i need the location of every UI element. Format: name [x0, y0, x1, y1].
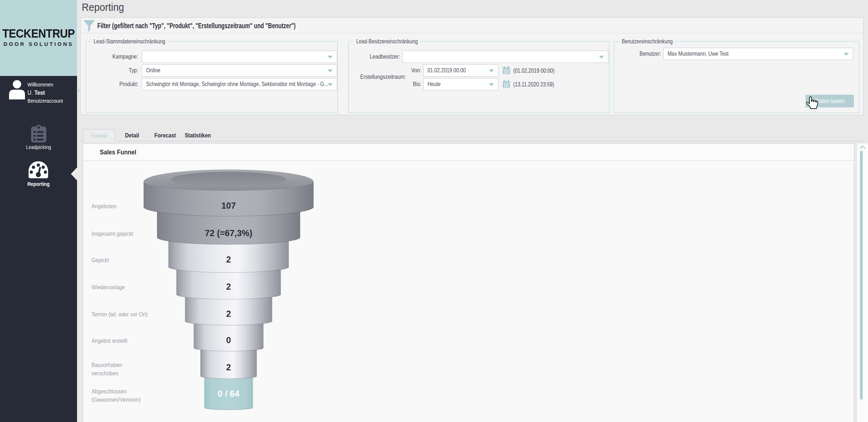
- typ-label: Typ:: [98, 64, 138, 77]
- user-greeting: Willkommen: [27, 81, 53, 88]
- tab-strip-line: [80, 141, 83, 141]
- app-root: TECKENTRUP DOOR SOLUTIONS Willkommen U. …: [0, 0, 868, 422]
- leadbesitzer-label: Leadbesitzer:: [360, 51, 400, 63]
- sales-funnel-chart: 10772 (=67,3%)222020 / 64: [139, 166, 320, 416]
- panel-header: Sales Funnel: [83, 144, 854, 161]
- chevron-down-icon: [599, 56, 604, 59]
- tab-detail[interactable]: Detail: [116, 129, 148, 141]
- tab-strip-line: [215, 141, 864, 141]
- funnel-stage-label: Gepickt: [92, 256, 109, 264]
- typ-select[interactable]: Online: [142, 64, 337, 77]
- chevron-down-icon: [489, 69, 494, 72]
- funnel-stage-value: 72 (=67,3%): [205, 228, 252, 238]
- funnel-stage-value: 0: [226, 335, 231, 345]
- zeitraum-label: Erstellungszeitraum:: [360, 64, 400, 90]
- scrollbar-thumb[interactable]: [860, 151, 863, 400]
- sidebar-item-label: Leadpicking: [5, 144, 72, 150]
- clipboard-list-icon: [31, 124, 46, 142]
- von-date-select[interactable]: 01.02.2019 00:00: [423, 64, 498, 77]
- funnel-stage-value: 2: [226, 309, 231, 319]
- tab-statistiken[interactable]: Statistiken: [182, 129, 214, 141]
- funnel-stage-label: Wiedervorlage: [92, 283, 125, 291]
- group-legend: Lead-Stammdateneinschränkung: [92, 38, 167, 45]
- panel-title: Sales Funnel: [100, 144, 136, 160]
- bis-label: Bis:: [406, 78, 421, 90]
- chevron-down-icon: [328, 69, 333, 72]
- active-item-arrow: [71, 167, 77, 180]
- chevron-down-icon: [844, 53, 849, 56]
- chevron-down-icon: [328, 56, 333, 59]
- filter-panel: Filter (gefiltert nach "Typ", "Produkt",…: [80, 17, 864, 115]
- produkt-select[interactable]: Schwingtor mit Montage, Schwingtor ohne …: [142, 78, 337, 90]
- logo-wordmark: TECKENTRUP: [0, 27, 77, 41]
- gauge-icon: [29, 161, 48, 179]
- kampagne-select[interactable]: [142, 51, 337, 63]
- logo-subtitle: DOOR SOLUTIONS: [0, 41, 77, 47]
- funnel-stage-label: Bauvorhabenverschoben: [92, 361, 122, 378]
- group-legend: Benutzereinschränkung: [620, 38, 675, 45]
- calendar-icon[interactable]: [503, 80, 510, 88]
- leadbesitzer-select[interactable]: [402, 51, 608, 63]
- page-title: Reporting: [82, 1, 124, 13]
- bis-date-select[interactable]: Heute: [423, 78, 498, 90]
- produkt-label: Produkt:: [98, 78, 138, 90]
- funnel-stage-value: 2: [226, 282, 231, 291]
- filter-header: Filter (gefiltert nach "Typ", "Produkt",…: [81, 18, 863, 33]
- kampagne-label: Kampagne:: [98, 51, 138, 63]
- filter-title: Filter (gefiltert nach "Typ", "Produkt",…: [97, 18, 295, 33]
- funnel-icon: [83, 20, 95, 32]
- mouse-cursor-hand: [805, 96, 819, 109]
- funnel-stage-value: 2: [226, 255, 231, 264]
- chevron-down-icon: [328, 83, 333, 86]
- benutzer-select[interactable]: Max Mustermann, Uwe Test: [663, 48, 853, 60]
- sidebar-collapse-toggle[interactable]: ‹: [77, 85, 80, 95]
- user-account-label[interactable]: Benutzeraccount: [27, 98, 63, 104]
- von-resolved-date: (01.02.2019 00:00): [513, 64, 554, 77]
- von-label: Von:: [406, 64, 421, 77]
- user-name: U. Test: [27, 89, 45, 97]
- funnel-stage-label: Insgesamt gepickt: [92, 230, 133, 238]
- funnel-stage-label: Abgeschlossen(Gewonnen/Verloren): [92, 387, 141, 404]
- user-avatar-icon: [8, 80, 26, 99]
- chevron-down-icon: [489, 83, 494, 86]
- funnel-stage-value: 107: [221, 201, 236, 210]
- funnel-stage-value: 0 / 64: [218, 389, 240, 398]
- funnel-stage-label: Angeboten: [92, 202, 116, 210]
- chevron-up-icon[interactable]: [859, 145, 866, 149]
- tab-funnel[interactable]: Funnel: [83, 129, 115, 141]
- group-lead-stammdaten: Lead-Stammdateneinschränkung Kampagne: T…: [86, 41, 338, 113]
- group-lead-besitzer: Lead-Besitzereinschränkung Leadbesitzer:…: [348, 41, 609, 113]
- benutzer-label: Benutzer:: [625, 48, 661, 60]
- sidebar-item-label: Reporting: [5, 181, 72, 187]
- bis-resolved-date: (13.11.2020 23:59): [513, 78, 554, 90]
- calendar-icon[interactable]: [503, 66, 510, 74]
- funnel-stage-value: 2: [226, 362, 231, 372]
- funnel-stage-label: Angebot erstellt: [92, 337, 127, 345]
- scrollbar-track[interactable]: [857, 144, 868, 422]
- sidebar: TECKENTRUP DOOR SOLUTIONS Willkommen U. …: [0, 0, 77, 422]
- group-legend: Lead-Besitzereinschränkung: [354, 38, 420, 45]
- tab-forecast[interactable]: Forecast: [149, 129, 181, 141]
- logo: TECKENTRUP DOOR SOLUTIONS: [0, 0, 77, 76]
